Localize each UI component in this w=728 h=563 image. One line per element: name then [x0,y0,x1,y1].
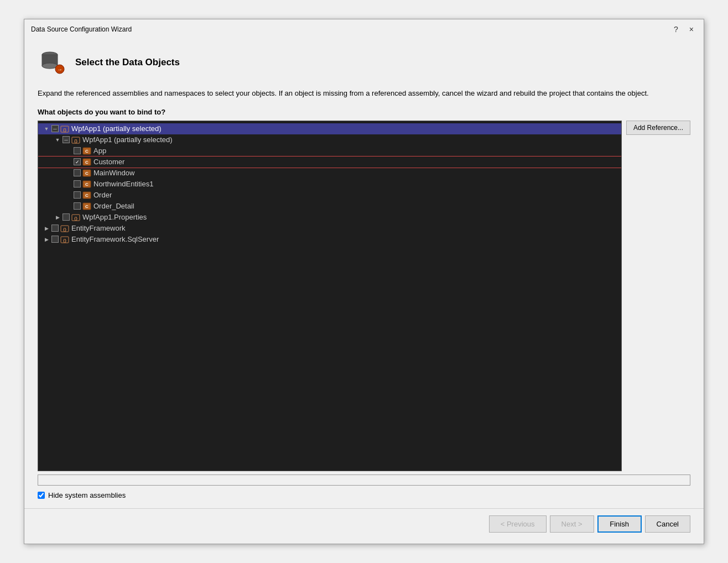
svg-text:C: C [85,204,89,209]
node-icon-app: C [82,147,91,155]
finish-button[interactable]: Finish [597,515,642,533]
node-label-mainwindow: MainWindow [93,169,134,177]
node-icon-northwind: C [82,180,91,189]
tree-node-ef[interactable]: ▶ {} EntityFramework [38,223,621,234]
dialog: Data Source Configuration Wizard ? × → S… [24,19,704,544]
checkbox-ef-sql[interactable] [51,236,59,243]
expand-arrow-wpfapp1-props[interactable]: ▶ [54,213,61,221]
tree-node-app[interactable]: C App [38,145,621,157]
svg-text:C: C [85,171,89,176]
node-icon-ef: {} [60,224,69,233]
node-icon-order: C [82,191,91,200]
checkbox-wpfapp1-ns[interactable]: ─ [63,136,70,143]
previous-button[interactable]: < Previous [489,515,547,533]
svg-text:{}: {} [74,216,77,221]
next-button[interactable]: Next > [550,515,594,533]
checkbox-ef[interactable] [51,225,59,232]
horizontal-scrollbar[interactable] [38,475,690,486]
title-bar: Data Source Configuration Wizard ? × [24,19,704,39]
dialog-title: Data Source Configuration Wizard [31,25,132,33]
section-label: What objects do you want to bind to? [38,108,690,116]
node-icon-customer: C [82,158,91,166]
svg-text:C: C [85,160,89,165]
svg-text:→: → [57,66,63,72]
close-button[interactable]: × [686,24,697,35]
add-reference-button[interactable]: Add Reference... [626,121,690,135]
svg-text:C: C [85,149,89,154]
svg-text:{}: {} [63,227,66,232]
tree-node-mainwindow[interactable]: C MainWindow [38,168,621,179]
node-label-northwind: NorthwindEntities1 [93,180,153,188]
node-icon-wpfapp1-props: {} [71,213,80,222]
node-label-order: Order [93,191,112,199]
wizard-content: → Select the Data Objects Expand the ref… [24,39,704,508]
svg-text:{}: {} [63,127,66,132]
tree-node-root[interactable]: ▼─ {} WpfApp1 (partially selected) [38,123,621,134]
checkbox-northwind[interactable] [74,180,81,187]
checkbox-order[interactable] [74,191,81,199]
cancel-button[interactable]: Cancel [645,515,690,533]
hide-assemblies-row: Hide system assemblies [38,491,690,499]
node-label-root: WpfApp1 (partially selected) [71,124,162,133]
node-label-orderdetail: Order_Detail [93,202,134,210]
tree-node-northwind[interactable]: C NorthwindEntities1 [38,179,621,190]
checkbox-wpfapp1-props[interactable] [63,213,70,221]
database-icon: → [38,48,66,77]
checkbox-customer[interactable]: ✓ [74,158,81,165]
tree-node-ef-sql[interactable]: ▶ {} EntityFramework.SqlServer [38,234,621,245]
expand-arrow-wpfapp1-ns[interactable]: ▼ [54,136,61,144]
node-icon-wpfapp1-ns: {} [71,135,80,144]
node-icon-ef-sql: {} [60,235,69,244]
node-icon-orderdetail: C [82,202,91,211]
checkbox-orderdetail[interactable] [74,202,81,210]
footer: < Previous Next > Finish Cancel [24,508,704,544]
tree-node-customer[interactable]: ✓ C Customer [38,157,621,168]
page-title: Select the Data Objects [75,57,180,68]
tree-area[interactable]: ▼─ {} WpfApp1 (partially selected)▼─ {} … [38,121,622,472]
svg-text:C: C [85,193,89,198]
node-label-customer: Customer [93,158,124,166]
node-label-app: App [93,147,106,155]
expand-arrow-ef[interactable]: ▶ [43,225,50,232]
tree-node-orderdetail[interactable]: C Order_Detail [38,201,621,212]
tree-node-wpfapp1-ns[interactable]: ▼─ {} WpfApp1 (partially selected) [38,134,621,145]
expand-arrow-root[interactable]: ▼ [43,125,50,133]
svg-text:C: C [85,182,89,187]
checkbox-mainwindow[interactable] [74,169,81,176]
help-button[interactable]: ? [670,24,682,35]
hide-assemblies-checkbox[interactable] [38,492,45,499]
description-text: Expand the referenced assemblies and nam… [38,88,690,99]
svg-point-2 [42,63,58,69]
svg-text:{}: {} [63,238,66,243]
node-icon-mainwindow: C [82,169,91,178]
hide-assemblies-label[interactable]: Hide system assemblies [48,491,126,499]
tree-container: ▼─ {} WpfApp1 (partially selected)▼─ {} … [38,121,690,472]
expand-arrow-ef-sql[interactable]: ▶ [43,236,50,243]
node-label-ef: EntityFramework [71,224,126,232]
tree-node-order[interactable]: C Order [38,190,621,201]
node-icon-root: {} [60,124,69,133]
tree-node-wpfapp1-props[interactable]: ▶ {} WpfApp1.Properties [38,212,621,223]
header-section: → Select the Data Objects [38,48,690,77]
title-bar-controls: ? × [670,24,697,35]
node-label-wpfapp1-ns: WpfApp1 (partially selected) [82,135,173,144]
checkbox-app[interactable] [74,147,81,154]
node-label-ef-sql: EntityFramework.SqlServer [71,235,159,243]
checkbox-root[interactable]: ─ [51,125,59,132]
node-label-wpfapp1-props: WpfApp1.Properties [82,213,147,221]
svg-text:{}: {} [74,138,77,143]
